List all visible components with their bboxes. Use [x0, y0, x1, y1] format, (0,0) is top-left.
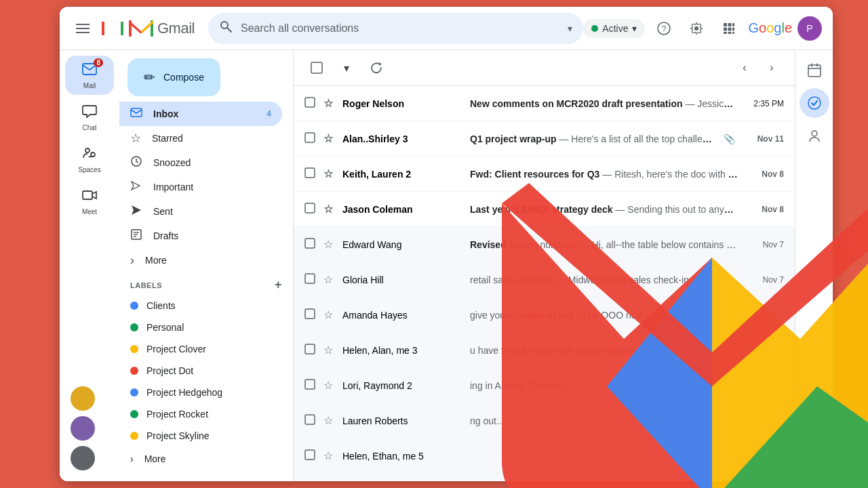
email-checkbox[interactable]: [304, 167, 318, 181]
email-star[interactable]: ☆: [323, 308, 337, 321]
svg-rect-23: [724, 32, 727, 34]
email-checkbox[interactable]: [304, 97, 318, 110]
label-project-clover[interactable]: Project Clover: [119, 338, 282, 360]
email-subject-preview: Last year's EMEA strategy deck — Sending…: [470, 204, 738, 215]
drafts-label: Drafts: [153, 230, 178, 241]
email-checkbox[interactable]: [304, 238, 318, 251]
email-star[interactable]: ☆: [323, 97, 337, 110]
email-checkbox[interactable]: [304, 132, 318, 146]
pagination-next[interactable]: ›: [760, 56, 784, 80]
email-time: 2:35 PM: [743, 99, 784, 108]
email-row[interactable]: ☆ Gloria Hill retail sales check-in — Mi…: [294, 262, 795, 298]
email-star[interactable]: ☆: [323, 379, 337, 392]
svg-rect-21: [728, 27, 732, 30]
email-checkbox[interactable]: [304, 379, 318, 392]
search-bar[interactable]: Search all conversations ▾: [208, 13, 583, 44]
refresh-button[interactable]: [364, 56, 389, 80]
email-sender: Alan..Shirley 3: [342, 134, 465, 144]
email-sender: Helen, Ethan, me 5: [342, 451, 465, 462]
sidebar-item-sent[interactable]: Sent: [119, 199, 282, 224]
email-star[interactable]: ☆: [323, 273, 337, 286]
search-placeholder[interactable]: Search all conversations: [241, 22, 559, 35]
email-checkbox[interactable]: [304, 273, 318, 287]
email-row[interactable]: ☆ Keith, Lauren 2 Fwd: Client resources …: [294, 157, 795, 192]
gmail-text-label: Gmail: [157, 20, 195, 37]
label-clients[interactable]: Clients: [119, 295, 282, 317]
help-button[interactable]: ?: [650, 15, 677, 42]
label-project-skyline[interactable]: Project Skyline: [119, 425, 282, 447]
email-row[interactable]: ☆ Amanda Hayes give you a heads-up that …: [294, 298, 795, 333]
email-row[interactable]: ☆ Jason Coleman Last year's EMEA strateg…: [294, 192, 795, 227]
user-avatar[interactable]: P: [797, 16, 822, 41]
nav-icon-mail[interactable]: 8 Mail: [65, 56, 114, 95]
apps-button[interactable]: [715, 15, 743, 42]
email-row[interactable]: ☆ Lauren Roberts ng out...: [294, 403, 795, 439]
svg-rect-41: [305, 98, 315, 107]
select-all-checkbox[interactable]: [304, 56, 329, 80]
gmail-logo-icon: [129, 19, 153, 38]
email-star[interactable]: ☆: [323, 414, 337, 427]
email-star[interactable]: ☆: [323, 132, 337, 145]
email-star[interactable]: ☆: [323, 238, 337, 251]
hamburger-menu[interactable]: [71, 16, 95, 41]
email-row[interactable]: ☆ Roger Nelson New comments on MCR2020 d…: [294, 86, 795, 121]
email-row[interactable]: ☆ Edward Wang Revised search numbers — H…: [294, 227, 795, 262]
email-checkbox[interactable]: [304, 308, 318, 322]
email-star[interactable]: ☆: [323, 167, 337, 180]
labels-more-button[interactable]: › More: [119, 447, 282, 471]
sidebar-item-starred[interactable]: ☆ Starred: [119, 126, 282, 150]
email-checkbox[interactable]: [304, 203, 318, 216]
svg-marker-34: [132, 205, 141, 215]
sidebar-item-more[interactable]: › More: [119, 248, 282, 272]
email-star[interactable]: ☆: [323, 344, 337, 357]
active-status-badge[interactable]: Active ▾: [583, 19, 645, 38]
email-row[interactable]: ☆ Helen, Alan, me 3 u have time to meet …: [294, 333, 795, 368]
email-row[interactable]: ☆ Lori, Raymond 2 ing in Annika. The fee…: [294, 368, 795, 403]
nav-icon-meet[interactable]: Meet: [65, 182, 114, 221]
svg-rect-25: [732, 32, 734, 34]
nav-icon-chat[interactable]: Chat: [65, 98, 114, 137]
svg-rect-20: [724, 27, 727, 30]
email-checkbox[interactable]: [304, 449, 318, 463]
right-panel-contacts[interactable]: [800, 121, 829, 150]
nav-meet-label: Meet: [82, 208, 97, 216]
label-dot-clients: [130, 302, 138, 310]
label-personal[interactable]: Personal: [119, 317, 282, 338]
right-panel-calendar[interactable]: [800, 56, 829, 85]
label-project-rocket[interactable]: Project Rocket: [119, 403, 282, 425]
select-dropdown-icon[interactable]: ▾: [334, 56, 359, 80]
svg-rect-31: [131, 108, 142, 117]
right-panel-tasks[interactable]: [800, 88, 829, 118]
sidebar-item-important[interactable]: Important: [119, 175, 282, 199]
labels-add-button[interactable]: +: [275, 278, 282, 292]
drafts-icon: [130, 228, 142, 244]
pagination-prev[interactable]: ‹: [732, 56, 757, 80]
email-star[interactable]: ☆: [323, 203, 337, 216]
svg-rect-42: [305, 133, 315, 142]
sent-label: Sent: [153, 206, 173, 217]
email-row[interactable]: ☆ Alan..Shirley 3 Q1 project wrap-up — H…: [294, 121, 795, 157]
sidebar-item-snoozed[interactable]: Snoozed: [119, 150, 282, 175]
svg-rect-51: [305, 450, 315, 460]
search-dropdown-icon[interactable]: ▾: [568, 23, 572, 34]
email-sender: Jason Coleman: [342, 204, 465, 215]
svg-rect-50: [305, 415, 315, 424]
nav-icon-spaces[interactable]: Spaces: [65, 140, 114, 179]
email-row[interactable]: ☆ Keith Obrien: [294, 474, 795, 481]
sidebar-item-inbox[interactable]: Inbox 4: [119, 102, 282, 126]
compose-button[interactable]: ✏ Compose: [127, 58, 220, 96]
svg-rect-43: [305, 168, 315, 178]
svg-rect-46: [305, 274, 315, 283]
mail-badge: 8: [94, 58, 103, 67]
settings-button[interactable]: [683, 15, 710, 42]
sidebar-item-drafts[interactable]: Drafts: [119, 224, 282, 248]
label-dot-dot: [130, 367, 138, 375]
email-checkbox[interactable]: [304, 344, 318, 357]
nav-spaces-label: Spaces: [78, 166, 100, 174]
chat-icon: [81, 103, 98, 123]
label-project-hedgehog[interactable]: Project Hedgehog: [119, 382, 282, 403]
label-project-dot[interactable]: Project Dot: [119, 360, 282, 382]
email-star[interactable]: ☆: [323, 449, 337, 462]
email-row[interactable]: ☆ Helen, Ethan, me 5: [294, 439, 795, 474]
email-checkbox[interactable]: [304, 414, 318, 428]
